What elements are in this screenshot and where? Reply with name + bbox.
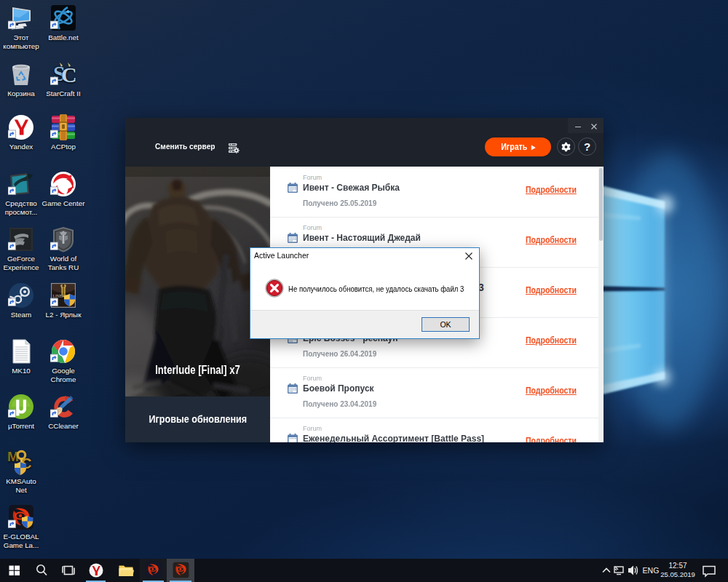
svg-text:C: C: [61, 63, 76, 87]
